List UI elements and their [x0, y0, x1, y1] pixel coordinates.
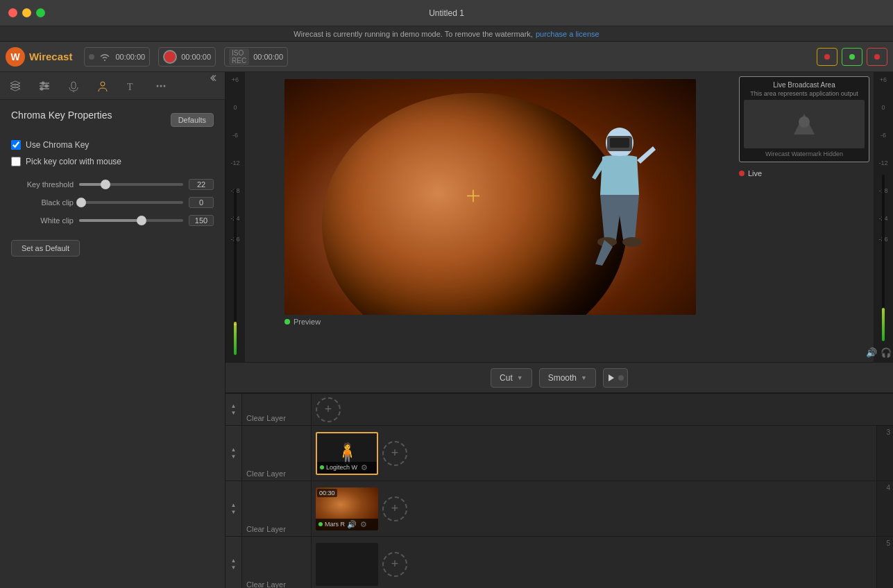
svg-point-10: [157, 85, 159, 87]
layer-arrow-up[interactable]: ▲: [231, 404, 237, 409]
vu-label-minus12: -12: [230, 159, 239, 166]
traffic-lights: [8, 8, 45, 17]
layer-3-arrow-up[interactable]: ▲: [231, 447, 237, 453]
white-clip-track[interactable]: [79, 219, 183, 222]
logo-icon: W: [6, 47, 25, 67]
pick-key-label: Pick key color with mouse: [26, 157, 121, 166]
key-threshold-thumb[interactable]: [101, 180, 110, 189]
layer-3-status-dot: [320, 465, 324, 469]
black-clip-label: Black clip: [11, 198, 74, 207]
defaults-button[interactable]: Defaults: [171, 113, 214, 127]
demo-banner: Wirecast is currently running in demo mo…: [0, 26, 893, 42]
layer-label-top: Clear Layer: [242, 394, 312, 425]
layer-4-gear-icon[interactable]: ⚙: [360, 520, 367, 529]
nav-text-icon[interactable]: T: [124, 78, 140, 94]
layer-add-button-top[interactable]: +: [316, 397, 341, 422]
layer-arrow-down[interactable]: ▼: [231, 410, 237, 416]
layer-5-clear-text: Clear Layer: [246, 580, 286, 588]
content-area: +6 0 -6 -12 -18 -24 -36: [226, 72, 893, 588]
white-clip-fill: [79, 219, 142, 222]
status-btn-3[interactable]: [867, 48, 887, 66]
preview-text: Preview: [294, 318, 321, 326]
rvu-plus6: +6: [880, 76, 887, 83]
black-clip-thumb[interactable]: [76, 198, 86, 207]
layer-5-arrow-up[interactable]: ▲: [231, 558, 237, 564]
layer-3-thumbnail[interactable]: 🧍 Logitech W ⚙: [316, 432, 378, 475]
layer-4-arrow-up[interactable]: ▲: [231, 503, 237, 508]
nav-person-icon[interactable]: [94, 78, 111, 94]
status-btn-1[interactable]: [817, 48, 837, 66]
layer-controls-5: ▲ ▼: [226, 537, 242, 588]
layer-5-arrow-down[interactable]: ▼: [231, 565, 237, 571]
svg-point-8: [101, 82, 105, 86]
pick-key-row: Pick key color with mouse: [11, 157, 214, 166]
record-section[interactable]: 00:00:00: [158, 47, 216, 67]
headphones-icon[interactable]: 🎧: [881, 347, 892, 358]
layer-4-status-dot: [318, 522, 323, 526]
layer-label-4: Clear Layer: [242, 481, 312, 536]
nav-layers-icon[interactable]: [7, 78, 24, 94]
white-clip-thumb[interactable]: [137, 216, 146, 225]
live-area: Live Broadcast Area This area represents…: [735, 72, 874, 362]
nav-audio-icon[interactable]: [65, 78, 82, 94]
key-threshold-track[interactable]: [79, 183, 183, 186]
vu-label-0: 0: [233, 104, 237, 111]
pick-key-checkbox[interactable]: [11, 157, 21, 166]
close-button[interactable]: [8, 8, 17, 17]
right-vu-meter: +6 0 -6 -12 -18 -24 -36: [874, 72, 893, 362]
key-threshold-value[interactable]: [189, 179, 214, 190]
nav-more-icon[interactable]: [153, 78, 169, 94]
white-clip-value[interactable]: [189, 215, 214, 226]
layer-4-source-name: Mars R: [325, 521, 345, 528]
rvu-0: 0: [881, 104, 885, 111]
speaker-icon[interactable]: 🔊: [866, 347, 877, 358]
rvu-minus12: -12: [878, 159, 887, 166]
use-chroma-key-checkbox[interactable]: [11, 140, 21, 150]
layer-3-gear-icon[interactable]: ⚙: [361, 463, 368, 472]
collapse-button[interactable]: [207, 73, 218, 86]
go-button[interactable]: [603, 368, 628, 388]
layer-3-thumb-label: Logitech W ⚙: [317, 462, 377, 474]
use-chroma-key-row: Use Chroma Key: [11, 140, 214, 150]
layer-3-arrow-down[interactable]: ▼: [231, 454, 237, 460]
layer-5-add-button[interactable]: +: [382, 552, 407, 577]
record-button[interactable]: [163, 50, 177, 64]
window-title: Untitled 1: [429, 8, 464, 18]
live-status-dot: [739, 171, 745, 176]
main-layout: T Chroma Key Properties Defaults Use Chr…: [0, 72, 893, 588]
svg-point-17: [622, 237, 642, 247]
layer-4-clear-text: Clear Layer: [246, 525, 286, 533]
svg-rect-15: [610, 138, 629, 148]
layer-content-3: 🧍 Logitech W ⚙ +: [312, 426, 876, 481]
layer-3-add-button[interactable]: +: [382, 441, 407, 466]
live-text: Live: [748, 169, 762, 178]
layer-content-5: +: [312, 537, 876, 588]
stream-section[interactable]: 00:00:00: [84, 47, 150, 67]
black-clip-value[interactable]: [189, 197, 214, 208]
cut-button[interactable]: Cut ▼: [491, 368, 532, 388]
layer-4-arrow-down[interactable]: ▼: [231, 510, 237, 515]
iso-section[interactable]: ISOREC 00:00:00: [224, 47, 288, 67]
layer-4-add-button[interactable]: +: [382, 496, 407, 521]
live-label: Live: [739, 169, 869, 178]
minimize-button[interactable]: [22, 8, 31, 17]
layer-controls-4: ▲ ▼: [226, 481, 242, 536]
layer-label-5: Clear Layer: [242, 537, 312, 588]
smooth-button[interactable]: Smooth ▼: [539, 368, 596, 388]
nav-sliders-icon[interactable]: [36, 78, 53, 94]
layer-content-4: 00:30 Mars R 🔊 ⚙ +: [312, 481, 876, 536]
svg-point-4: [45, 84, 49, 87]
purchase-link[interactable]: purchase a license: [536, 30, 599, 38]
svg-point-3: [42, 81, 45, 85]
set-default-button[interactable]: Set as Default: [11, 240, 80, 257]
black-clip-track[interactable]: [79, 201, 183, 204]
record-time: 00:00:00: [181, 53, 211, 61]
svg-text:T: T: [127, 82, 133, 92]
status-dot-green: [849, 54, 855, 60]
demo-text: Wirecast is currently running in demo mo…: [294, 30, 533, 38]
layer-4-thumbnail[interactable]: 00:30 Mars R 🔊 ⚙: [316, 487, 378, 530]
status-btn-2[interactable]: [842, 48, 862, 66]
maximize-button[interactable]: [36, 8, 45, 17]
svg-point-11: [160, 85, 162, 87]
layer-row-4: ▲ ▼ Clear Layer 00:30 Mars R 🔊 ⚙: [226, 481, 893, 537]
